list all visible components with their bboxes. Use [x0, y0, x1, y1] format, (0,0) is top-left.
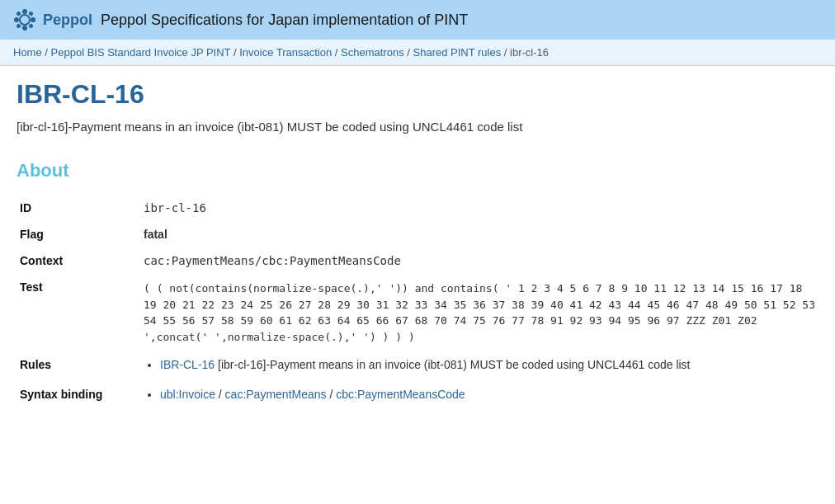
rules-link[interactable]: IBR-CL-16 — [160, 358, 215, 371]
flag-row: Flag fatal — [17, 221, 818, 247]
rule-description: [ibr-cl-16]-Payment means in an invoice … — [17, 120, 818, 134]
breadcrumb-schematrons[interactable]: Schematrons — [341, 46, 404, 59]
svg-point-1 — [22, 9, 27, 14]
syntax-list: ubl:Invoice / cac:PaymentMeans / cbc:Pay… — [144, 388, 815, 401]
flag-label: Flag — [17, 221, 140, 247]
header: Peppol Peppol Specifications for Japan i… — [0, 0, 835, 40]
logo-text: Peppol — [43, 12, 92, 29]
svg-point-2 — [22, 26, 27, 31]
page-title: IBR-CL-16 — [17, 79, 818, 110]
svg-point-3 — [14, 17, 19, 22]
syntax-ubl-invoice-link[interactable]: ubl:Invoice — [160, 388, 215, 401]
breadcrumb-sep-1: / — [45, 46, 50, 59]
breadcrumb-sep-5: / — [504, 46, 510, 59]
breadcrumb-sep-3: / — [335, 46, 341, 59]
test-label: Test — [17, 274, 140, 351]
svg-point-0 — [20, 15, 30, 25]
id-row: ID ibr-cl-16 — [17, 195, 818, 221]
peppol-logo-icon — [13, 8, 36, 31]
syntax-cac-payment-means-link[interactable]: cac:PaymentMeans — [225, 388, 327, 401]
info-table: ID ibr-cl-16 Flag fatal Context cac:Paym… — [17, 195, 818, 411]
rules-list-item: IBR-CL-16 [ibr-cl-16]-Payment means in a… — [160, 358, 815, 371]
context-label: Context — [17, 247, 140, 274]
rules-item-description: [ibr-cl-16]-Payment means in an invoice … — [215, 358, 690, 371]
breadcrumb: Home / Peppol BIS Standard Invoice JP PI… — [0, 40, 835, 66]
svg-point-7 — [17, 24, 21, 28]
context-row: Context cac:PaymentMeans/cbc:PaymentMean… — [17, 247, 818, 274]
test-row: Test ( ( not(contains(normalize-space(.)… — [17, 274, 818, 351]
svg-point-5 — [17, 12, 21, 16]
flag-value: fatal — [140, 221, 818, 247]
svg-point-8 — [29, 24, 33, 28]
rules-row: Rules IBR-CL-16 [ibr-cl-16]-Payment mean… — [17, 351, 818, 381]
rules-cell: IBR-CL-16 [ibr-cl-16]-Payment means in a… — [140, 351, 818, 381]
header-title: Peppol Specifications for Japan implemen… — [101, 12, 468, 29]
id-label: ID — [17, 195, 140, 221]
syntax-list-item: ubl:Invoice / cac:PaymentMeans / cbc:Pay… — [160, 388, 815, 401]
breadcrumb-sep-4: / — [407, 46, 413, 59]
id-value: ibr-cl-16 — [140, 195, 818, 221]
breadcrumb-invoice-transaction[interactable]: Invoice Transaction — [239, 46, 332, 59]
breadcrumb-current: ibr-cl-16 — [510, 46, 549, 59]
about-heading: About — [17, 153, 818, 181]
breadcrumb-shared-pint[interactable]: Shared PINT rules — [413, 46, 502, 59]
rules-list: IBR-CL-16 [ibr-cl-16]-Payment means in a… — [144, 358, 815, 371]
rules-label: Rules — [17, 351, 140, 381]
svg-point-4 — [31, 17, 35, 22]
context-value: cac:PaymentMeans/cbc:PaymentMeansCode — [140, 247, 818, 274]
svg-point-6 — [29, 12, 33, 16]
logo-container: Peppol — [13, 8, 92, 31]
main-content: IBR-CL-16 [ibr-cl-16]-Payment means in a… — [0, 66, 835, 424]
test-value: ( ( not(contains(normalize-space(.),' ')… — [140, 274, 818, 351]
breadcrumb-home[interactable]: Home — [13, 46, 42, 59]
syntax-cell: ubl:Invoice / cac:PaymentMeans / cbc:Pay… — [140, 381, 818, 411]
syntax-label: Syntax binding — [17, 381, 140, 411]
breadcrumb-bis[interactable]: Peppol BIS Standard Invoice JP PINT — [51, 46, 231, 59]
syntax-sep-1: / — [219, 388, 225, 401]
syntax-cbc-payment-means-code-link[interactable]: cbc:PaymentMeansCode — [336, 388, 465, 401]
syntax-row: Syntax binding ubl:Invoice / cac:Payment… — [17, 381, 818, 411]
